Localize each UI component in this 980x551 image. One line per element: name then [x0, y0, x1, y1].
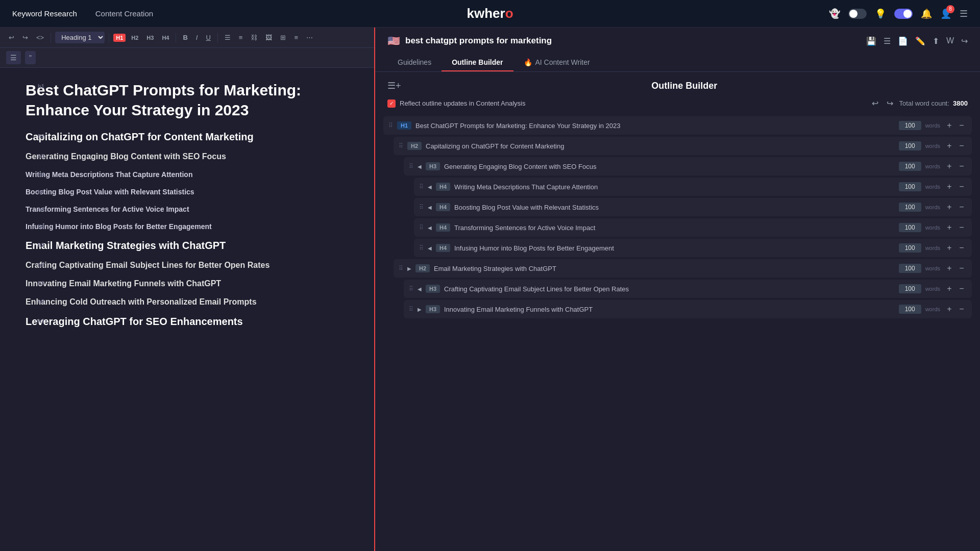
minus-button-h4-1[interactable]: −: [957, 182, 967, 192]
collapse-btn-h4-4[interactable]: ◀: [428, 245, 432, 251]
quote-button[interactable]: ": [25, 51, 36, 64]
word-count-input-h1[interactable]: [899, 121, 921, 130]
minus-button-h4-4[interactable]: −: [957, 243, 967, 253]
drag-handle[interactable]: ⠿: [409, 285, 413, 292]
align-button[interactable]: ≡: [291, 32, 301, 43]
heading-select[interactable]: Heading 1 Heading 2 Heading 3 Paragraph: [55, 32, 105, 43]
drag-handle[interactable]: ⠿: [388, 122, 393, 129]
h3-1-heading[interactable]: Generating Engaging Blog Content with SE…: [26, 152, 354, 161]
plus-button-h4-1[interactable]: +: [944, 182, 954, 192]
word-count-input-h4-4[interactable]: [899, 243, 921, 253]
h4-2-heading[interactable]: Boosting Blog Post Value with Relevant S…: [26, 188, 354, 196]
italic-button[interactable]: I: [193, 32, 201, 43]
ordered-list-button[interactable]: ≡: [236, 32, 246, 43]
plus-button-h4-2[interactable]: +: [944, 202, 954, 212]
avatar-icon[interactable]: 👤 8: [940, 8, 951, 19]
toggle-1[interactable]: [848, 9, 867, 19]
unordered-list-button[interactable]: ☰: [222, 32, 233, 43]
minus-button-h2-1[interactable]: −: [957, 141, 967, 151]
drag-handle[interactable]: ⠿: [419, 244, 424, 252]
add-outline-button[interactable]: ☰+: [387, 80, 401, 91]
h4-4-heading[interactable]: Infusing Humor into Blog Posts for Bette…: [26, 222, 354, 231]
h1-badge[interactable]: H1: [113, 34, 126, 42]
collapse-btn-h4-3[interactable]: ◀: [428, 225, 432, 231]
drag-handle[interactable]: ⠿: [409, 306, 413, 313]
h2-badge[interactable]: H2: [129, 34, 141, 42]
expand-btn-h2-2[interactable]: ▶: [407, 266, 411, 271]
save-icon[interactable]: 💾: [866, 36, 876, 46]
forward-icon[interactable]: ↪: [961, 36, 968, 46]
nav-keyword-research[interactable]: Keyword Research: [12, 9, 77, 18]
word-count-input-h4-2[interactable]: [899, 203, 921, 212]
h3-4-heading[interactable]: Enhancing Cold Outreach with Personalize…: [26, 297, 354, 307]
h2-3-heading[interactable]: Leveraging ChatGPT for SEO Enhancements: [26, 316, 354, 328]
word-count-input-h3-1[interactable]: [899, 162, 921, 171]
plus-button-h2-1[interactable]: +: [944, 141, 954, 151]
word-count-input-h3-2[interactable]: [899, 284, 921, 293]
list-icon[interactable]: ☰: [884, 36, 891, 46]
drag-handle[interactable]: ⠿: [419, 204, 424, 211]
tab-ai-writer[interactable]: 🔥 AI Content Writer: [513, 54, 600, 71]
word-count-input-h4-1[interactable]: [899, 182, 921, 191]
h2-2-heading[interactable]: Email Marketing Strategies with ChatGPT: [26, 240, 354, 252]
lightbulb-icon[interactable]: 💡: [875, 8, 886, 19]
wordpress-icon[interactable]: W: [946, 36, 954, 45]
undo-button[interactable]: ↩: [6, 32, 17, 43]
word-count-input-h2-2[interactable]: [899, 264, 921, 273]
word-count-input-h2-1[interactable]: [899, 141, 921, 151]
toggle-2[interactable]: [894, 9, 913, 19]
plus-button-h3-2[interactable]: +: [944, 284, 954, 294]
plus-button-h2-2[interactable]: +: [944, 263, 954, 273]
h4-1-heading[interactable]: Writing Meta Descriptions That Capture A…: [26, 170, 354, 179]
more-button[interactable]: ⋯: [304, 32, 315, 43]
code-button[interactable]: <>: [34, 32, 46, 43]
tab-guidelines[interactable]: Guidelines: [387, 54, 442, 71]
list-view-button[interactable]: ☰: [6, 51, 21, 64]
word-count-input-h3-3[interactable]: [899, 305, 921, 314]
collapse-btn-h4-1[interactable]: ◀: [428, 184, 432, 190]
plus-button-h4-3[interactable]: +: [944, 222, 954, 233]
minus-button-h3-1[interactable]: −: [957, 161, 967, 171]
bell-icon[interactable]: 🔔: [921, 8, 932, 19]
drag-handle[interactable]: ⠿: [409, 163, 413, 170]
drag-handle[interactable]: ⠿: [419, 183, 424, 190]
plus-button-h3-1[interactable]: +: [944, 161, 954, 171]
redo-button[interactable]: ↪: [20, 32, 31, 43]
plus-button-h1[interactable]: +: [944, 120, 954, 131]
h2-1-heading[interactable]: Capitalizing on ChatGPT for Content Mark…: [26, 131, 354, 143]
ghost-icon[interactable]: 👻: [829, 8, 840, 19]
reflect-updates-checkbox[interactable]: ✓: [387, 99, 396, 108]
h3-3-heading[interactable]: Innovating Email Marketing Funnels with …: [26, 279, 354, 288]
drag-handle[interactable]: ⠿: [399, 265, 403, 272]
collapse-btn-h3-1[interactable]: ◀: [418, 164, 422, 169]
drag-handle[interactable]: ⠿: [419, 224, 424, 231]
minus-button-h2-2[interactable]: −: [957, 263, 967, 273]
h3-2-heading[interactable]: Crafting Captivating Email Subject Lines…: [26, 261, 354, 270]
h4-badge[interactable]: H4: [159, 34, 172, 42]
h3-badge[interactable]: H3: [144, 34, 156, 42]
minus-button-h1[interactable]: −: [957, 120, 967, 131]
minus-button-h3-3[interactable]: −: [957, 304, 967, 314]
table-button[interactable]: ⊞: [278, 32, 288, 43]
outline-redo-button[interactable]: ↪: [885, 96, 895, 110]
nav-content-creation[interactable]: Content Creation: [95, 9, 153, 18]
editor-body[interactable]: h1 Best ChatGPT Prompts for Marketing: E…: [0, 68, 374, 551]
edit-icon[interactable]: ✏️: [915, 36, 925, 46]
outline-undo-button[interactable]: ↩: [870, 96, 880, 110]
word-count-input-h4-3[interactable]: [899, 223, 921, 232]
h1-heading[interactable]: Best ChatGPT Prompts for Marketing: Enha…: [26, 80, 354, 120]
link-button[interactable]: ⛓: [248, 32, 260, 43]
tab-outline-builder[interactable]: Outline Builder: [442, 54, 513, 71]
expand-btn-h3-3[interactable]: ▶: [418, 307, 422, 312]
bold-button[interactable]: B: [180, 32, 190, 43]
image-button[interactable]: 🖼: [263, 32, 275, 43]
underline-button[interactable]: U: [203, 32, 213, 43]
document-icon[interactable]: 📄: [898, 36, 908, 46]
h4-3-heading[interactable]: Transforming Sentences for Active Voice …: [26, 205, 354, 213]
collapse-btn-h3-2[interactable]: ◀: [418, 286, 422, 292]
collapse-btn-h4-2[interactable]: ◀: [428, 205, 432, 210]
menu-icon[interactable]: ☰: [960, 8, 968, 19]
plus-button-h4-4[interactable]: +: [944, 243, 954, 253]
plus-button-h3-3[interactable]: +: [944, 304, 954, 314]
minus-button-h3-2[interactable]: −: [957, 284, 967, 294]
